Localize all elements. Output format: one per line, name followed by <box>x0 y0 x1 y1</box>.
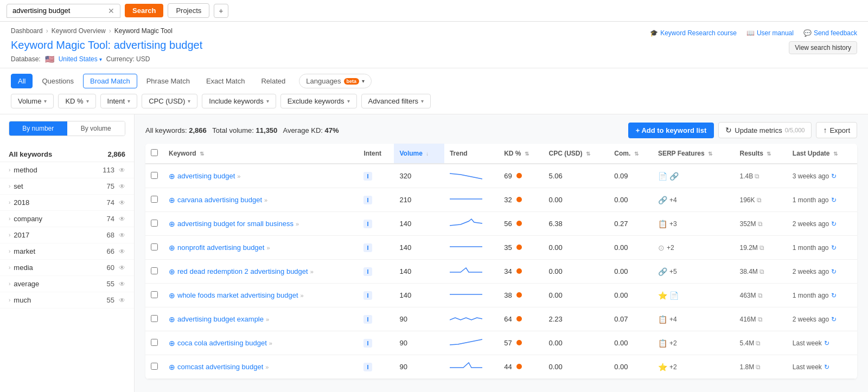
user-manual-link[interactable]: 📖 User manual <box>746 29 794 37</box>
row-checkbox[interactable] <box>151 363 158 370</box>
tab-broad-match[interactable]: Broad Match <box>83 74 137 88</box>
view-history-button[interactable]: View search history <box>789 41 857 54</box>
row-checkbox[interactable] <box>151 243 158 250</box>
kd-filter[interactable]: KD % ▾ <box>58 94 95 108</box>
cpc-filter[interactable]: CPC (USD) ▾ <box>142 94 197 108</box>
keyword-link[interactable]: ⊕ red dead redemption 2 advertising budg… <box>169 267 353 276</box>
tab-exact-match[interactable]: Exact Match <box>199 74 252 88</box>
sidebar-item[interactable]: ›media 60👁 <box>0 260 134 276</box>
row-checkbox[interactable] <box>151 315 158 322</box>
keyword-link[interactable]: ⊕ advertising budget for small business … <box>169 220 353 228</box>
intent-filter[interactable]: Intent ▾ <box>100 94 138 108</box>
sidebar-item[interactable]: ›method 113👁 <box>0 162 134 178</box>
send-feedback-link[interactable]: 💬 Send feedback <box>803 29 857 37</box>
eye-icon[interactable]: 👁 <box>119 264 125 272</box>
intent-badge: I <box>363 339 372 348</box>
eye-icon[interactable]: 👁 <box>119 280 125 288</box>
refresh-icon[interactable]: ↻ <box>831 244 837 252</box>
db-country-link[interactable]: United States ▾ <box>59 55 102 63</box>
refresh-icon[interactable]: ↻ <box>831 220 837 228</box>
refresh-icon[interactable]: ↻ <box>831 196 837 204</box>
exclude-keywords-filter[interactable]: Exclude keywords ▾ <box>280 94 357 108</box>
row-checkbox[interactable] <box>151 220 158 227</box>
results-col-header[interactable]: Results ⇅ <box>734 144 787 164</box>
row-checkbox[interactable] <box>151 196 158 203</box>
sidebar-item[interactable]: ›set 75👁 <box>0 178 134 195</box>
by-volume-button[interactable]: By volume <box>67 121 125 136</box>
close-icon[interactable]: ✕ <box>108 7 114 15</box>
refresh-icon[interactable]: ↻ <box>831 316 837 323</box>
main-layout: By number By volume All keywords 2,866 ›… <box>0 114 868 392</box>
sidebar-item[interactable]: ›much 55👁 <box>0 292 134 309</box>
search-button[interactable]: Search <box>125 4 163 17</box>
keyword-link[interactable]: ⊕ whole foods market advertising budget … <box>169 291 353 300</box>
refresh-icon[interactable]: ↻ <box>824 339 829 347</box>
sidebar-item[interactable]: ›2017 68👁 <box>0 227 134 243</box>
eye-icon[interactable]: 👁 <box>119 248 125 255</box>
keyword-text: advertising budget <box>177 172 235 180</box>
keyword-link[interactable]: ⊕ carvana advertising budget » <box>169 196 353 204</box>
keyword-link[interactable]: ⊕ advertising budget » <box>169 172 353 181</box>
refresh-icon[interactable]: ↻ <box>831 292 837 299</box>
keyword-course-link[interactable]: 🎓 Keyword Research course <box>650 29 737 37</box>
serp-features: 🔗 +5 <box>658 267 729 276</box>
sidebar-all-keywords[interactable]: All keywords 2,866 <box>0 147 134 162</box>
volume-col-header[interactable]: Volume ↓ <box>394 144 444 164</box>
cpc-col-header[interactable]: CPC (USD) ⇅ <box>543 144 609 164</box>
eye-icon[interactable]: 👁 <box>119 232 125 239</box>
add-to-keyword-list-button[interactable]: + Add to keyword list <box>628 123 714 138</box>
com-col-header[interactable]: Com. ⇅ <box>609 144 653 164</box>
kd-col-header[interactable]: KD % ⇅ <box>499 144 543 164</box>
update-metrics-button[interactable]: ↻ Update metrics 0/5,000 <box>718 122 812 138</box>
select-all-col[interactable] <box>145 144 163 164</box>
refresh-icon[interactable]: ↻ <box>831 268 837 275</box>
add-tab-button[interactable]: + <box>214 4 228 18</box>
table-row: ⊕ advertising budget for small business … <box>145 212 857 236</box>
tab-phrase-match[interactable]: Phrase Match <box>139 74 197 88</box>
breadcrumb-keyword-overview[interactable]: Keyword Overview <box>52 27 106 35</box>
volume-filter[interactable]: Volume ▾ <box>11 94 54 108</box>
eye-icon[interactable]: 👁 <box>119 199 125 207</box>
serp-cell: ⭐📄 <box>653 284 735 307</box>
kd-cell: 35 <box>499 236 543 260</box>
sidebar-item[interactable]: ›2018 74👁 <box>0 195 134 211</box>
by-number-button[interactable]: By number <box>9 121 67 136</box>
keyword-link[interactable]: ⊕ coca cola advertising budget » <box>169 339 353 348</box>
keyword-col-header[interactable]: Keyword ⇅ <box>163 144 358 164</box>
keyword-link[interactable]: ⊕ nonprofit advertising budget » <box>169 243 353 252</box>
projects-button[interactable]: Projects <box>168 3 209 18</box>
sidebar-item[interactable]: ›market 66👁 <box>0 243 134 260</box>
row-checkbox[interactable] <box>151 339 158 346</box>
include-keywords-filter[interactable]: Include keywords ▾ <box>202 94 276 108</box>
tab-all[interactable]: All <box>11 74 33 88</box>
kd-value: 38 <box>504 291 512 299</box>
search-input[interactable] <box>12 7 105 15</box>
row-checkbox[interactable] <box>151 172 158 179</box>
refresh-icon[interactable]: ↻ <box>831 172 837 180</box>
tab-related[interactable]: Related <box>254 74 292 88</box>
tab-questions[interactable]: Questions <box>35 74 81 88</box>
add-circle-icon: ⊕ <box>169 243 175 252</box>
sidebar-item[interactable]: ›company 74👁 <box>0 211 134 227</box>
serp-extra: +3 <box>669 220 677 228</box>
last-update-col-header[interactable]: Last Update ⇅ <box>787 144 857 164</box>
languages-button[interactable]: Languages beta ▾ <box>299 74 372 88</box>
breadcrumb-dashboard[interactable]: Dashboard <box>11 27 43 35</box>
eye-icon[interactable]: 👁 <box>119 166 125 174</box>
results-icon: ⧉ <box>757 196 762 204</box>
trend-col-header[interactable]: Trend <box>444 144 499 164</box>
keyword-link[interactable]: ⊕ advertising budget example » <box>169 315 353 324</box>
advanced-filters-btn[interactable]: Advanced filters ▾ <box>361 94 431 108</box>
row-checkbox[interactable] <box>151 267 158 274</box>
serp-col-header[interactable]: SERP Features ⇅ <box>653 144 735 164</box>
sidebar-item[interactable]: ›average 55👁 <box>0 276 134 292</box>
select-all-checkbox[interactable] <box>151 149 158 156</box>
intent-col-header[interactable]: Intent <box>358 144 394 164</box>
keyword-link[interactable]: ⊕ comcast advertising budget » <box>169 363 353 371</box>
eye-icon[interactable]: 👁 <box>119 215 125 223</box>
refresh-icon[interactable]: ↻ <box>824 363 829 371</box>
eye-icon[interactable]: 👁 <box>119 183 125 190</box>
eye-icon[interactable]: 👁 <box>119 297 125 304</box>
row-checkbox[interactable] <box>151 291 158 298</box>
export-button[interactable]: ↑ Export <box>816 122 857 138</box>
